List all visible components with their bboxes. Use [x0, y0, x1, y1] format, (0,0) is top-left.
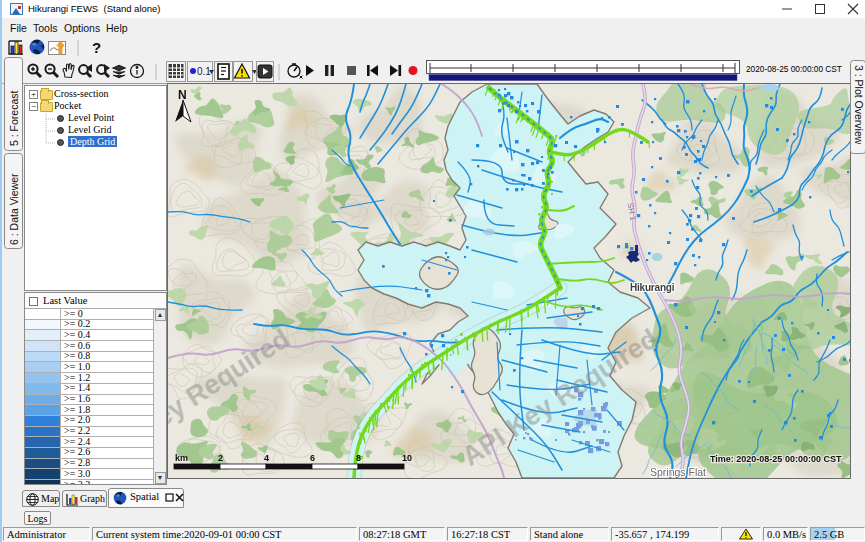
svg-text:6 : Data Viewer: 6 : Data Viewer — [8, 173, 20, 245]
svg-text:5 : Forecast: 5 : Forecast — [8, 90, 20, 146]
svg-text:0.1: 0.1 — [197, 66, 211, 77]
svg-text:km: km — [175, 453, 188, 463]
svg-text:10: 10 — [402, 453, 412, 463]
svg-text:Hikurangi: Hikurangi — [630, 282, 675, 293]
svg-text:8: 8 — [356, 453, 361, 463]
svg-text:Time: 2020-08-25 00:00:00 CST: Time: 2020-08-25 00:00:00 CST — [710, 454, 842, 464]
svg-text:6: 6 — [310, 453, 315, 463]
svg-text:Springs Flat: Springs Flat — [650, 466, 706, 478]
svg-text:4: 4 — [264, 453, 269, 463]
svg-text:?: ? — [92, 39, 101, 56]
svg-text:N: N — [178, 88, 187, 102]
svg-text:2: 2 — [218, 453, 223, 463]
svg-text:3 : Plot Overview: 3 : Plot Overview — [853, 65, 865, 145]
svg-text:2020-08-25 00:00:00 CST: 2020-08-25 00:00:00 CST — [746, 64, 842, 74]
